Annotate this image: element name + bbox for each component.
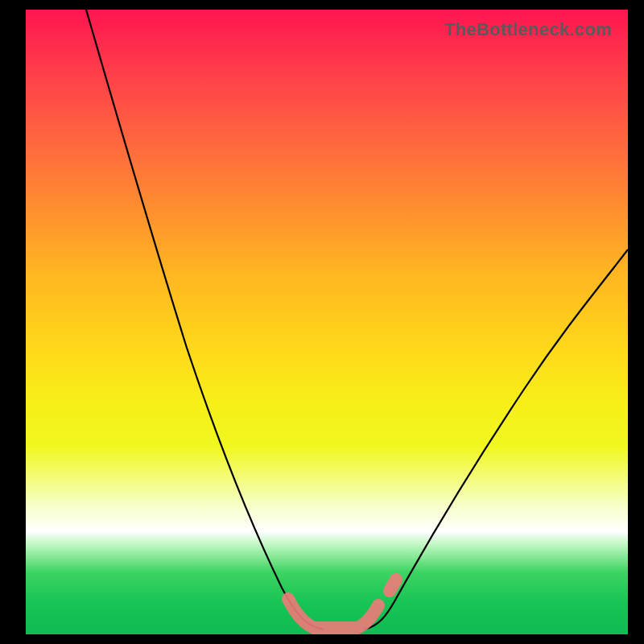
curve-right-branch xyxy=(364,250,628,630)
curve-left-branch xyxy=(86,10,324,630)
watermark-label: TheBottleneck.com xyxy=(444,19,612,40)
chart-frame: TheBottleneck.com xyxy=(0,0,644,644)
optimal-range-marker xyxy=(288,599,378,628)
plot-area: TheBottleneck.com xyxy=(26,10,628,634)
curve-layer xyxy=(26,10,628,634)
optimal-range-marker-right xyxy=(390,580,396,591)
